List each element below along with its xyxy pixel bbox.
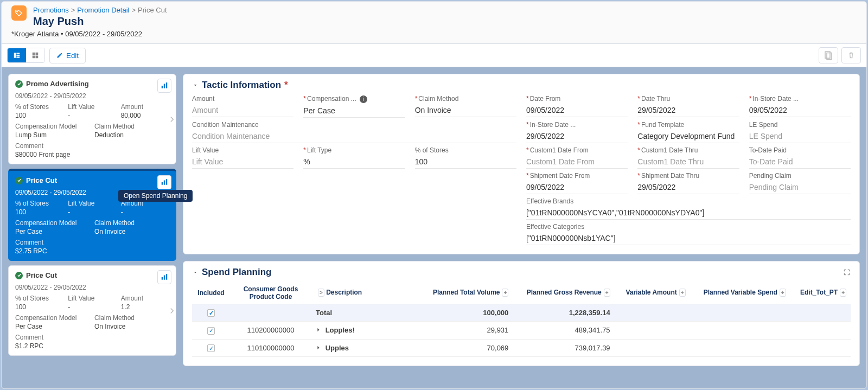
- cell-ptv: 70,069: [420, 339, 513, 357]
- toolbar-action-2[interactable]: [841, 47, 861, 63]
- chevron-right-icon: [167, 306, 176, 316]
- svg-rect-19: [166, 274, 167, 280]
- spend-planning-title: Spend Planning: [202, 267, 271, 278]
- tactic-card[interactable]: Price Cut 09/05/2022 - 29/05/2022 % of S…: [8, 169, 176, 261]
- col-ptv[interactable]: Planned Total Volume+: [420, 282, 513, 304]
- breadcrumb: Promotions > Promotion Detail > Price Cu…: [33, 6, 167, 14]
- cell-ptv: 100,000: [420, 304, 513, 322]
- col-ett[interactable]: Edit_Tot_PT+: [790, 282, 851, 304]
- cell-code: 110100000000: [230, 339, 311, 357]
- page-title: May Push: [33, 15, 167, 28]
- page-header: Promotions > Promotion Detail > Price Cu…: [2, 2, 866, 44]
- status-ok-icon: [15, 80, 23, 88]
- tactic-card[interactable]: Price Cut 09/05/2022 - 29/05/2022 % of S…: [8, 265, 176, 356]
- open-spend-planning-button[interactable]: [157, 175, 171, 189]
- field-todate-paid: To-Date Paid To-Date Paid: [749, 146, 851, 169]
- card-view-icon: [13, 52, 21, 59]
- svg-rect-11: [162, 86, 163, 88]
- breadcrumb-detail[interactable]: Promotion Detail: [77, 6, 129, 14]
- pencil-icon: [56, 52, 63, 59]
- grid-view-icon: [31, 52, 39, 59]
- col-pgr[interactable]: Planned Gross Revenue+: [513, 282, 614, 304]
- field-lift-type: *Lift Type %: [303, 146, 405, 169]
- col-pvs[interactable]: Planned Variable Spend+: [690, 282, 790, 304]
- doc-icon: [824, 50, 833, 60]
- tactic-dates: 09/05/2022 - 29/05/2022: [15, 92, 169, 100]
- promotion-tag-icon: [11, 5, 27, 21]
- svg-rect-16: [166, 179, 167, 185]
- col-desc[interactable]: > Description: [311, 282, 420, 304]
- field-custom1-thru: *Custom1 Date Thru Custom1 Date Thru: [637, 146, 739, 169]
- included-checkbox[interactable]: [207, 327, 215, 335]
- field-custom1-from: *Custom1 Date From Custom1 Date From: [526, 146, 628, 169]
- cell-pgr: 489,341.75: [513, 322, 614, 340]
- tactic-dates: 09/05/2022 - 29/05/2022: [15, 284, 169, 291]
- field-fund-template: *Fund Template Category Development Fund: [637, 121, 739, 143]
- included-checkbox[interactable]: [207, 344, 215, 352]
- info-icon[interactable]: i: [360, 95, 367, 103]
- open-spend-planning-button[interactable]: [157, 79, 171, 93]
- field-date-thru: *Date Thru 29/05/2022: [637, 95, 739, 118]
- svg-rect-5: [33, 53, 35, 55]
- svg-rect-7: [33, 56, 35, 59]
- field-instore-from: *In-Store Date ... 09/05/2022: [749, 95, 851, 118]
- edit-button[interactable]: Edit: [49, 48, 86, 63]
- svg-point-0: [17, 11, 18, 12]
- svg-rect-2: [16, 53, 20, 54]
- svg-rect-6: [36, 53, 39, 55]
- field-compensation: *Compensation ...i Per Case: [303, 95, 405, 118]
- sort-icon[interactable]: +: [502, 289, 508, 297]
- col-va[interactable]: Variable Amount+: [615, 282, 690, 304]
- tactic-name: Price Cut: [26, 271, 57, 279]
- status-ok-icon: [15, 272, 23, 279]
- row-expand-icon[interactable]: [316, 345, 321, 350]
- field-instore-thru: *In-Store Date ... 29/05/2022: [526, 121, 628, 143]
- page-subtitle: *Kroger Atlanta • 09/05/2022 - 29/05/202…: [11, 30, 857, 38]
- table-row[interactable]: Total 100,000 1,228,359.14: [192, 304, 851, 322]
- svg-rect-1: [14, 53, 16, 57]
- col-included[interactable]: Included: [192, 282, 230, 304]
- field-lift-value: Lift Value Lift Value: [192, 146, 293, 169]
- table-row[interactable]: 110100000000 Upples 70,069 739,017.39: [192, 339, 851, 357]
- status-ok-icon: [15, 177, 23, 184]
- card-view-button[interactable]: [8, 48, 26, 62]
- view-switch: [7, 48, 45, 63]
- svg-rect-13: [166, 82, 167, 88]
- tactic-card[interactable]: Promo Advertising 09/05/2022 - 29/05/202…: [8, 74, 176, 164]
- open-spend-planning-button[interactable]: [157, 270, 171, 284]
- col-code[interactable]: Consumer Goods Product Code: [230, 282, 311, 304]
- tactic-name: Promo Advertising: [26, 80, 89, 88]
- svg-rect-12: [164, 84, 165, 88]
- svg-rect-17: [162, 277, 163, 280]
- included-checkbox[interactable]: [207, 309, 215, 317]
- row-expand-icon[interactable]: [316, 327, 321, 333]
- field-claim-method: *Claim Method On Invoice: [415, 95, 516, 118]
- expand-col-icon[interactable]: >: [318, 289, 324, 297]
- spend-planning-panel: Spend Planning Included Consumer Goods P…: [183, 261, 860, 367]
- cell-desc: Lopples!: [311, 322, 420, 340]
- cell-code: [230, 304, 311, 322]
- expand-panel-button[interactable]: [843, 268, 851, 276]
- breadcrumb-current: Price Cut: [138, 6, 167, 14]
- tactic-information-panel: Tactic Information * Amount Amount *Comp…: [183, 74, 860, 254]
- toolbar-action-1[interactable]: [819, 47, 838, 63]
- tactic-information-title: Tactic Information: [202, 80, 281, 91]
- sort-icon[interactable]: +: [780, 289, 786, 297]
- collapse-icon[interactable]: [192, 82, 199, 88]
- field-effective-brands: Effective Brands ["01tRN000000NsYCYA0","…: [526, 197, 851, 220]
- table-row[interactable]: 110200000000 Lopples! 29,931 489,341.75: [192, 322, 851, 340]
- svg-rect-3: [16, 55, 20, 56]
- breadcrumb-promotions[interactable]: Promotions: [33, 6, 69, 14]
- sort-icon[interactable]: +: [604, 289, 610, 297]
- trash-icon: [847, 52, 855, 59]
- sort-icon[interactable]: +: [679, 289, 686, 297]
- open-spend-planning-tooltip: Open Spend Planning: [118, 190, 193, 202]
- sort-icon[interactable]: +: [840, 289, 846, 297]
- cell-desc: Total: [311, 304, 420, 322]
- bar-chart-icon: [161, 82, 168, 89]
- field-pending-claim: Pending Claim Pending Claim: [749, 172, 851, 194]
- field-shipment-thru: *Shipment Date Thru 29/05/2022: [637, 172, 739, 194]
- grid-view-button[interactable]: [26, 48, 44, 62]
- field-pct-stores: % of Stores 100: [415, 146, 516, 169]
- collapse-icon[interactable]: [192, 269, 199, 276]
